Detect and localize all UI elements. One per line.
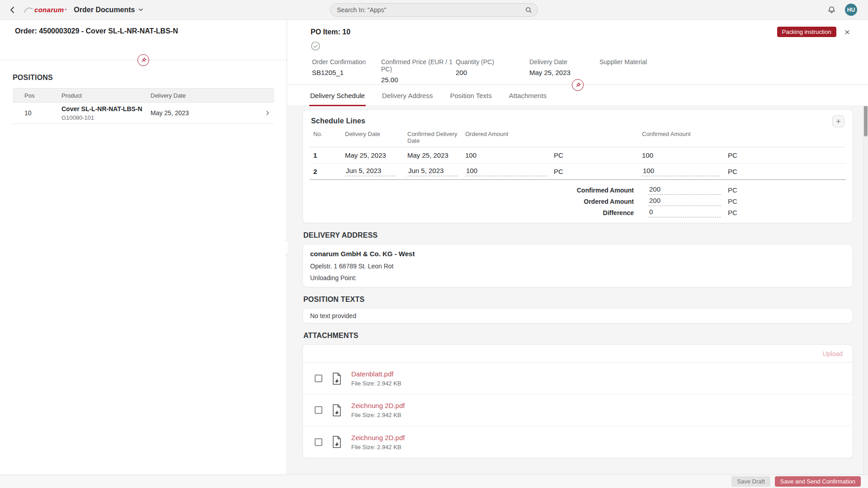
company-logo: conarum *	[24, 6, 66, 14]
address-unloading-point: Unloading Point:	[310, 274, 845, 282]
attachment-link[interactable]: Zeichnung 2D.pdf	[351, 402, 405, 409]
tab-delivery-schedule[interactable]: Delivery Schedule	[309, 85, 366, 106]
position-product-name: Cover SL-L-NR-NAT-LBS-N	[61, 105, 143, 113]
pin-icon	[140, 57, 147, 64]
attachment-size: File Size: 2.942 KB	[351, 380, 401, 387]
tab-attachments[interactable]: Attachments	[508, 85, 547, 106]
summary-label: Ordered Amount	[310, 198, 638, 205]
logo-swoosh-icon	[24, 6, 33, 14]
supplier-material-value	[599, 69, 868, 77]
confirmed-amount-input[interactable]: 100	[642, 167, 720, 176]
col-product: Product	[58, 92, 147, 99]
col-delivery-date: Delivery Date	[341, 129, 404, 147]
attachment-size: File Size: 2.942 KB	[351, 444, 405, 450]
attachment-link[interactable]: Zeichnung 2D.pdf	[351, 434, 405, 441]
col-no: No.	[310, 129, 341, 147]
search-icon[interactable]	[525, 6, 532, 14]
position-texts-empty: No text provided	[310, 312, 356, 319]
attachment-row: Datenblatt.pdf File Size: 2.942 KB	[303, 363, 853, 394]
position-delivery-date: May 25, 2023	[147, 109, 260, 117]
quantity-value: 200	[456, 69, 529, 77]
schedule-lines-title: Schedule Lines	[311, 117, 365, 125]
position-pos: 10	[13, 109, 58, 117]
line-delivery-date: May 25, 2023	[341, 147, 404, 164]
schedule-row: 2 Jun 5, 2023 Jun 5, 2023 100 PC 100 PC	[310, 164, 846, 180]
chevron-right-icon[interactable]	[265, 110, 270, 116]
shell-search-input[interactable]: Search In: "Apps"	[330, 3, 538, 17]
attachments-card: Upload Datenblatt.pdf File Size: 2.942 K…	[302, 344, 853, 458]
schedule-row: 1 May 25, 2023 May 25, 2023 100 PC 100 P…	[310, 147, 846, 164]
add-schedule-line-button[interactable]: +	[832, 115, 844, 127]
logo-mark: *	[65, 8, 66, 13]
pdf-file-icon	[331, 436, 342, 448]
tab-position-texts[interactable]: Position Texts	[449, 85, 492, 106]
order-confirmation-value: SB1205_1	[312, 69, 381, 77]
po-item-title: PO Item: 10	[311, 28, 350, 36]
header-divider	[0, 60, 287, 60]
position-product-code: G10080-101	[61, 114, 143, 121]
position-row[interactable]: 10 Cover SL-L-NR-NAT-LBS-N G10080-101 Ma…	[13, 103, 274, 124]
schedule-summary: Confirmed Amount 200 PC Ordered Amount 2…	[310, 180, 846, 218]
confirmed-delivery-date-input[interactable]: Jun 5, 2023	[407, 167, 458, 176]
ordered-amount-input[interactable]: 100	[465, 167, 547, 176]
attachment-checkbox[interactable]	[315, 375, 322, 382]
po-item-detail-panel: PO Item: 10 Packing instruction × Order …	[288, 20, 868, 474]
app-title-menu[interactable]: Order Documents	[74, 6, 143, 14]
field-label: Delivery Date	[529, 58, 599, 66]
shell-bar: conarum * Order Documents Search In: "Ap…	[0, 0, 868, 20]
field-label: Order Confirmation	[312, 58, 381, 66]
attachment-link[interactable]: Datenblatt.pdf	[351, 370, 401, 378]
upload-button[interactable]: Upload	[823, 350, 843, 357]
delivery-address-card: conarum GmbH & Co. KG - West Opelstr. 1 …	[302, 244, 853, 287]
line-unit: PC	[550, 147, 638, 164]
attachment-checkbox[interactable]	[315, 438, 322, 446]
attachments-heading: ATTACHMENTS	[303, 332, 852, 340]
order-master-panel: Order: 4500003029 - Cover SL-L-NR-NAT-LB…	[0, 20, 287, 474]
attachment-row: Zeichnung 2D.pdf File Size: 2.942 KB	[303, 394, 853, 426]
tab-delivery-address[interactable]: Delivery Address	[381, 85, 434, 106]
attachment-size: File Size: 2.942 KB	[351, 412, 405, 418]
save-draft-button[interactable]: Save Draft	[731, 476, 770, 487]
attachment-row: Zeichnung 2D.pdf File Size: 2.942 KB	[303, 426, 853, 458]
summary-label: Difference	[310, 209, 638, 216]
delivery-date-input[interactable]: Jun 5, 2023	[345, 167, 396, 176]
delivery-address-heading: DELIVERY ADDRESS	[303, 231, 852, 239]
pdf-file-icon	[331, 404, 342, 417]
close-button[interactable]: ×	[844, 27, 850, 37]
packing-instruction-badge[interactable]: Packing instruction	[777, 27, 836, 37]
address-name: conarum GmbH & Co. KG - West	[310, 250, 845, 258]
summary-difference: 0	[648, 208, 721, 217]
line-no: 2	[310, 164, 341, 180]
positions-heading: POSITIONS	[13, 74, 274, 82]
search-placeholder: Search In: "Apps"	[337, 6, 525, 14]
user-avatar[interactable]: HU	[845, 4, 857, 16]
col-confirmed-delivery-date: Confirmed Delivery Date	[404, 129, 462, 147]
line-no: 1	[310, 147, 341, 164]
col-ordered-amount: Ordered Amount	[462, 129, 550, 147]
detail-tab-bar: Delivery Schedule Delivery Address Posit…	[288, 85, 868, 106]
address-street: Opelstr. 1 68789 St. Leon Rot	[310, 263, 845, 270]
order-title: Order: 4500003029 - Cover SL-L-NR-NAT-LB…	[15, 27, 276, 35]
line-ordered-amount: 100	[462, 147, 550, 164]
app-title: Order Documents	[74, 6, 135, 14]
line-unit: PC	[550, 164, 638, 180]
summary-confirmed-amount: 200	[648, 185, 721, 195]
positions-table: Pos Product Delivery Date 10 Cover SL-L-…	[13, 88, 274, 124]
col-pos: Pos	[13, 92, 58, 99]
line-confirmed-amount: 100	[638, 147, 724, 164]
po-item-header: PO Item: 10 Packing instruction × Order …	[288, 20, 868, 106]
logo-text: conarum	[34, 6, 64, 14]
back-button[interactable]	[9, 6, 16, 14]
delivery-date-value: May 25, 2023	[529, 69, 599, 77]
summary-unit: PC	[724, 209, 846, 216]
save-send-confirmation-button[interactable]: Save and Send Confirmation	[775, 476, 861, 487]
col-delivery-date: Delivery Date	[147, 92, 260, 99]
notifications-button[interactable]	[827, 5, 836, 14]
attachment-checkbox[interactable]	[315, 406, 322, 414]
line-unit: PC	[724, 147, 846, 164]
footer-bar: Save Draft Save and Send Confirmation	[0, 474, 868, 488]
position-texts-card: No text provided	[302, 308, 853, 324]
positions-table-header: Pos Product Delivery Date	[13, 88, 274, 103]
summary-ordered-amount: 200	[648, 197, 721, 206]
pin-header-button[interactable]	[137, 54, 149, 66]
